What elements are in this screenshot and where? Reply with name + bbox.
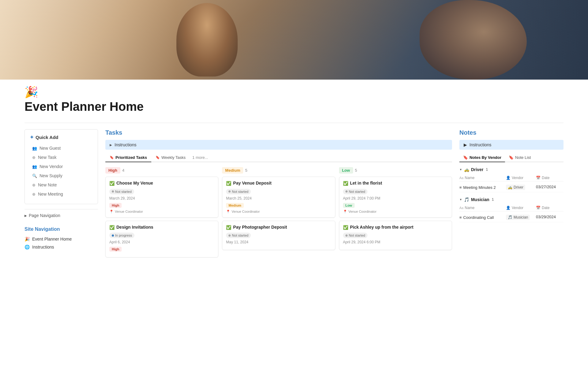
tab-weekly-label: Weekly Tasks bbox=[161, 155, 186, 160]
task-priority-tag-1: High bbox=[109, 203, 122, 208]
tasks-instructions-label: Instructions bbox=[115, 142, 137, 147]
tab-weekly-tasks[interactable]: 🔖 Weekly Tasks bbox=[151, 153, 190, 162]
status-not-started-2: Not started bbox=[226, 189, 251, 194]
tab-prioritized-tasks[interactable]: 🔖 Prioritized Tasks bbox=[105, 153, 151, 162]
header-vendor-musician: 👤 Vendor bbox=[506, 206, 533, 210]
bookmark-icon-notes-2: 🔖 bbox=[509, 155, 514, 160]
sidebar: ✦ Quick Add 👥 New Guest ⊕ New Task 👥 New… bbox=[24, 129, 98, 260]
page-nav-toggle[interactable]: ▶ Page Navigation bbox=[24, 213, 98, 218]
kanban-col-medium: Medium 5 ✅ Pay Venue Deposit Not started… bbox=[222, 167, 335, 260]
meeting-icon: ⊕ bbox=[32, 192, 36, 197]
quick-add-new-task[interactable]: ⊕ New Task bbox=[30, 153, 93, 162]
page-header: 🎉 Event Planner Home bbox=[0, 80, 588, 123]
section-divider bbox=[24, 123, 564, 123]
col-count-high: 4 bbox=[122, 168, 124, 173]
quick-add-new-guest[interactable]: 👥 New Guest bbox=[30, 144, 93, 152]
col-header-medium: Medium 5 bbox=[222, 167, 335, 174]
vendor-icon-musician-header: 👤 bbox=[506, 206, 511, 210]
quick-add-new-supply[interactable]: 🔍 New Supply bbox=[30, 171, 93, 180]
musician-tag-icon: 🎵 bbox=[508, 215, 512, 219]
task-date-4: May 11, 2024 bbox=[226, 240, 331, 244]
tasks-instructions-bar[interactable]: ▶ Instructions bbox=[105, 140, 452, 150]
kanban-col-high: High 4 ✅ Choose My Venue Not started Mar… bbox=[105, 167, 218, 260]
musician-tag: 🎵 Musician bbox=[506, 215, 530, 220]
tasks-tabs-bar: 🔖 Prioritized Tasks 🔖 Weekly Tasks 1 mor… bbox=[105, 153, 452, 162]
driver-tag: 🚕 Driver bbox=[506, 185, 525, 190]
task-date-5: April 29, 2024 7:00 PM bbox=[343, 196, 448, 200]
musician-note-date: 03/29/2024 bbox=[536, 215, 564, 220]
home-nav-icon: 🎉 bbox=[24, 237, 30, 242]
task-card-choose-venue[interactable]: ✅ Choose My Venue Not started March 29, … bbox=[105, 177, 218, 218]
task-card-pay-photographer[interactable]: ✅ Pay Photographer Deposit Not started M… bbox=[222, 221, 335, 250]
aa-icon-driver: Aa bbox=[459, 176, 463, 180]
check-icon-5: ✅ bbox=[343, 181, 348, 186]
col-count-low: 5 bbox=[355, 168, 357, 173]
driver-icon: 🚕 bbox=[464, 167, 469, 172]
quick-add-new-vendor[interactable]: 👥 New Vendor bbox=[30, 162, 93, 171]
guest-icon: 👥 bbox=[32, 146, 37, 151]
driver-note-date: 03/27/2024 bbox=[536, 185, 564, 190]
notes-instructions-arrow: ▶ bbox=[464, 142, 467, 147]
vendor-musician-arrow: ▼ bbox=[459, 198, 462, 201]
new-vendor-label: New Vendor bbox=[40, 164, 63, 169]
notes-instructions-bar[interactable]: ▶ Instructions bbox=[459, 140, 564, 150]
new-note-label: New Note bbox=[38, 182, 57, 187]
task-card-ashley[interactable]: ✅ Pick Ashley up from the airport Not st… bbox=[339, 221, 452, 250]
page-title: Event Planner Home bbox=[24, 100, 564, 114]
task-name-design-invitations: ✅ Design Invitations bbox=[109, 225, 214, 230]
vendor-group-driver-header[interactable]: ▼ 🚕 Driver 1 bbox=[459, 167, 564, 172]
tab-prioritized-label: Prioritized Tasks bbox=[115, 155, 147, 160]
driver-table-header: Aa Name 👤 Vendor 📅 Date bbox=[459, 174, 564, 182]
tab-more[interactable]: 1 more... bbox=[190, 153, 210, 162]
page-icon: 🎉 bbox=[24, 86, 38, 99]
new-task-label: New Task bbox=[38, 155, 56, 160]
vendor-driver-arrow: ▼ bbox=[459, 168, 462, 171]
notes-tab-note-list[interactable]: 🔖 Note List bbox=[505, 153, 534, 162]
vendor-icon: 👥 bbox=[32, 164, 37, 169]
task-card-design-invitations[interactable]: ✅ Design Invitations In progress April 6… bbox=[105, 221, 218, 258]
driver-note-row-1[interactable]: ≡ Meeting Minutes 2 🚕 Driver 03/27/2024 bbox=[459, 183, 564, 192]
quick-add-new-note[interactable]: ⊕ New Note bbox=[30, 181, 93, 189]
driver-note-vendor: 🚕 Driver bbox=[506, 185, 533, 190]
pin-icon-2: 📍 bbox=[226, 210, 230, 214]
site-nav-home[interactable]: 🎉 Event Planner Home bbox=[24, 235, 98, 243]
kanban-col-low: Low 5 ✅ Let in the florist Not started A… bbox=[339, 167, 452, 260]
notes-tab-by-vendor[interactable]: 🔖 Notes By Vendor bbox=[459, 153, 505, 162]
check-icon-6: ✅ bbox=[343, 225, 348, 230]
task-card-pay-venue[interactable]: ✅ Pay Venue Deposit Not started March 25… bbox=[222, 177, 335, 218]
task-date-2: April 6, 2024 bbox=[109, 240, 214, 244]
page-nav-section: ▶ Page Navigation bbox=[24, 209, 98, 222]
site-nav-title: Site Navigation bbox=[24, 227, 98, 232]
site-nav: Site Navigation 🎉 Event Planner Home 🌐 I… bbox=[24, 227, 98, 251]
header-date-musician: 📅 Date bbox=[536, 206, 564, 210]
bookmark-icon-2: 🔖 bbox=[156, 155, 160, 159]
vendor-group-musician-header[interactable]: ▼ 🎵 Musician 1 bbox=[459, 197, 564, 202]
task-location-1: 📍 Venue Coordinator bbox=[109, 210, 214, 214]
task-name-choose-venue: ✅ Choose My Venue bbox=[109, 181, 214, 186]
tasks-title: Tasks bbox=[105, 129, 452, 136]
task-name-pay-venue: ✅ Pay Venue Deposit bbox=[226, 181, 331, 186]
site-nav-instructions[interactable]: 🌐 Instructions bbox=[24, 243, 98, 251]
check-icon-3: ✅ bbox=[226, 181, 231, 186]
status-not-started-5: Not started bbox=[343, 233, 368, 238]
header-date-driver: 📅 Date bbox=[536, 176, 564, 180]
hero-person1 bbox=[176, 3, 238, 77]
task-card-florist[interactable]: ✅ Let in the florist Not started April 2… bbox=[339, 177, 452, 218]
header-name-driver: Aa Name bbox=[459, 176, 503, 180]
note-icon: ⊕ bbox=[32, 183, 36, 187]
musician-note-name: ≡ Coordinating Call bbox=[459, 215, 503, 220]
status-not-started-3: Not started bbox=[226, 233, 251, 238]
musician-note-row-1[interactable]: ≡ Coordinating Call 🎵 Musician 03/29/202… bbox=[459, 213, 564, 222]
priority-badge-medium: Medium bbox=[222, 167, 243, 174]
quick-add-new-meeting[interactable]: ⊕ New Meeting bbox=[30, 190, 93, 198]
musician-count: 1 bbox=[492, 197, 494, 202]
supply-icon: 🔍 bbox=[32, 174, 37, 178]
calendar-icon-musician: 📅 bbox=[536, 206, 541, 210]
task-icon: ⊕ bbox=[32, 155, 36, 160]
notes-tabs-bar: 🔖 Notes By Vendor 🔖 Note List bbox=[459, 153, 564, 162]
hero-banner bbox=[0, 0, 588, 80]
driver-note-name-label: Meeting Minutes 2 bbox=[463, 185, 496, 190]
tasks-section: Tasks ▶ Instructions 🔖 Prioritized Tasks… bbox=[105, 129, 452, 260]
note-row-icon-driver: ≡ bbox=[459, 185, 462, 190]
kanban-board: High 4 ✅ Choose My Venue Not started Mar… bbox=[105, 167, 452, 260]
